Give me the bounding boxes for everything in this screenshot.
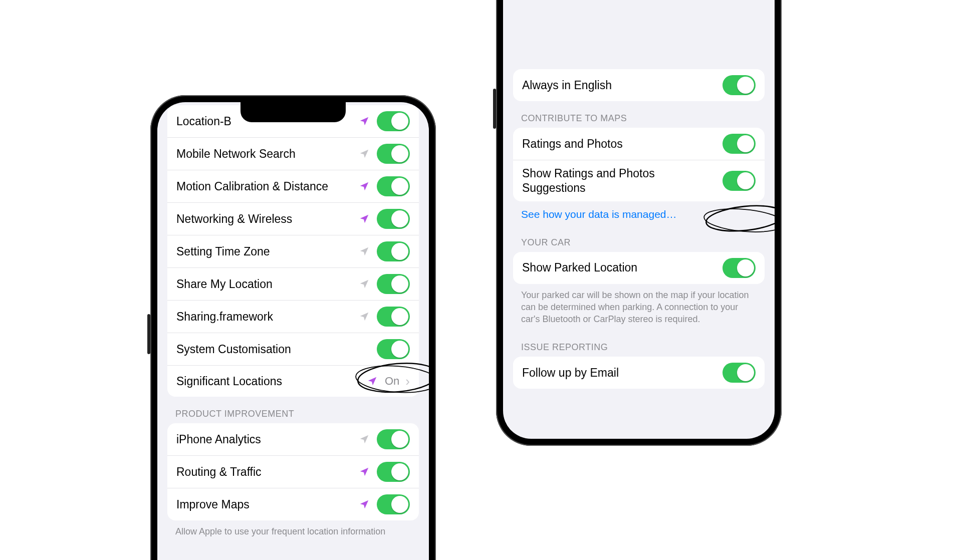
row-routing-traffic[interactable]: Routing & Traffic bbox=[167, 456, 419, 488]
row-label: System Customisation bbox=[176, 342, 372, 357]
toggle-switch[interactable] bbox=[723, 171, 756, 191]
settings-group-contribute: Ratings and PhotosShow Ratings and Photo… bbox=[513, 128, 765, 201]
location-arrow-icon bbox=[359, 311, 370, 322]
toggle-switch[interactable] bbox=[377, 241, 410, 261]
toggle-switch[interactable] bbox=[377, 274, 410, 294]
group-header-issue-reporting: ISSUE REPORTING bbox=[503, 330, 775, 357]
settings-group-product-improvement: iPhone Analytics Routing & Traffic Impro… bbox=[167, 423, 419, 520]
row-networking-wireless[interactable]: Networking & Wireless bbox=[167, 203, 419, 235]
row-motion-calibration-distance[interactable]: Motion Calibration & Distance bbox=[167, 170, 419, 203]
group-header-product-improvement: PRODUCT IMPROVEMENT bbox=[157, 397, 429, 423]
toggle-switch[interactable] bbox=[377, 111, 410, 131]
data-managed-link[interactable]: See how your data is managed… bbox=[503, 201, 775, 225]
row-value: On bbox=[385, 375, 399, 388]
row-improve-maps[interactable]: Improve Maps bbox=[167, 488, 419, 520]
toggle-switch[interactable] bbox=[723, 75, 756, 95]
row-show-parked-location[interactable]: Show Parked Location bbox=[513, 252, 765, 284]
location-arrow-icon bbox=[367, 376, 378, 387]
toggle-switch[interactable] bbox=[377, 494, 410, 514]
location-arrow-icon bbox=[359, 213, 370, 224]
group-footer-product-improvement: Allow Apple to use your frequent locatio… bbox=[157, 520, 429, 542]
row-label: Show Parked Location bbox=[522, 260, 717, 275]
row-label: Setting Time Zone bbox=[176, 244, 354, 259]
row-label: Improve Maps bbox=[176, 497, 354, 512]
row-label: Ratings and Photos bbox=[522, 137, 717, 151]
row-sharing-framework[interactable]: Sharing.framework bbox=[167, 301, 419, 333]
settings-group-system-services: Location-B Mobile Network Search Motion … bbox=[167, 105, 419, 397]
phone-left: Location-B Mobile Network Search Motion … bbox=[150, 95, 436, 560]
notch bbox=[241, 102, 346, 122]
row-share-my-location[interactable]: Share My Location bbox=[167, 268, 419, 301]
row-iphone-analytics[interactable]: iPhone Analytics bbox=[167, 423, 419, 456]
row-label: Motion Calibration & Distance bbox=[176, 179, 354, 194]
location-arrow-icon bbox=[359, 434, 370, 445]
settings-group-issue-reporting: Follow up by Email bbox=[513, 357, 765, 389]
row-setting-time-zone[interactable]: Setting Time Zone bbox=[167, 235, 419, 268]
toggle-switch[interactable] bbox=[377, 209, 410, 229]
location-arrow-icon bbox=[359, 181, 370, 192]
toggle-switch[interactable] bbox=[377, 339, 410, 359]
phone-right: Always in English CONTRIBUTE TO MAPS Rat… bbox=[496, 0, 782, 446]
row-label: iPhone Analytics bbox=[176, 432, 354, 447]
location-arrow-icon bbox=[359, 499, 370, 510]
row-label: Sharing.framework bbox=[176, 310, 354, 324]
row-show-ratings-and-photos-suggestions[interactable]: Show Ratings and Photos Suggestions bbox=[513, 160, 765, 201]
location-arrow-icon bbox=[359, 278, 370, 290]
group-header-contribute: CONTRIBUTE TO MAPS bbox=[503, 101, 775, 128]
row-label: Always in English bbox=[522, 78, 717, 93]
row-significant-locations[interactable]: Significant Locations On› bbox=[167, 366, 419, 397]
row-label: Significant Locations bbox=[176, 374, 362, 389]
chevron-right-icon: › bbox=[405, 374, 410, 389]
row-label: Show Ratings and Photos Suggestions bbox=[522, 166, 717, 195]
row-ratings-and-photos[interactable]: Ratings and Photos bbox=[513, 128, 765, 160]
row-mobile-network-search[interactable]: Mobile Network Search bbox=[167, 138, 419, 170]
location-arrow-icon bbox=[359, 466, 370, 477]
phone-left-screen: Location-B Mobile Network Search Motion … bbox=[157, 102, 429, 560]
toggle-switch[interactable] bbox=[723, 363, 756, 383]
location-arrow-icon bbox=[359, 148, 370, 159]
toggle-switch[interactable] bbox=[377, 144, 410, 164]
location-arrow-icon bbox=[359, 246, 370, 257]
settings-group-labels: Always in English bbox=[513, 69, 765, 101]
group-footer-your-car: Your parked car will be shown on the map… bbox=[503, 284, 775, 331]
toggle-switch[interactable] bbox=[377, 429, 410, 449]
row-label: Routing & Traffic bbox=[176, 465, 354, 479]
row-label: Follow up by Email bbox=[522, 366, 717, 380]
group-header-your-car: YOUR CAR bbox=[503, 225, 775, 252]
row-follow-up-by-email[interactable]: Follow up by Email bbox=[513, 357, 765, 389]
toggle-switch[interactable] bbox=[723, 134, 756, 154]
row-label: Networking & Wireless bbox=[176, 212, 354, 226]
row-label: Mobile Network Search bbox=[176, 147, 354, 161]
row-system-customisation[interactable]: System Customisation bbox=[167, 333, 419, 366]
row-always-in-english[interactable]: Always in English bbox=[513, 69, 765, 101]
toggle-switch[interactable] bbox=[723, 258, 756, 278]
row-label: Share My Location bbox=[176, 277, 354, 292]
toggle-switch[interactable] bbox=[377, 307, 410, 327]
toggle-switch[interactable] bbox=[377, 462, 410, 482]
settings-group-your-car: Show Parked Location bbox=[513, 252, 765, 284]
toggle-switch[interactable] bbox=[377, 176, 410, 196]
location-arrow-icon bbox=[359, 116, 370, 127]
phone-right-screen: Always in English CONTRIBUTE TO MAPS Rat… bbox=[503, 0, 775, 439]
